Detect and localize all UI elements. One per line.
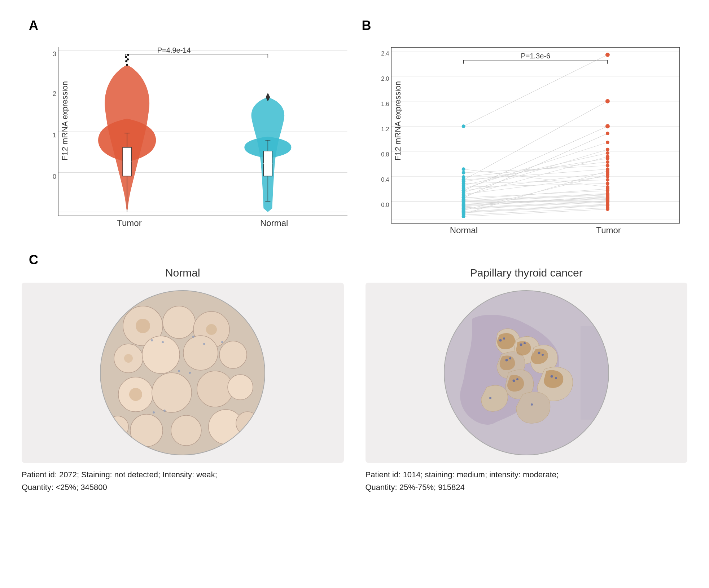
svg-point-123 xyxy=(605,164,609,167)
dotytick-04: 0.4 xyxy=(381,177,389,183)
cancer-histology-image xyxy=(443,290,609,456)
svg-point-168 xyxy=(206,324,217,335)
dot-svg: P=1.3e-6 xyxy=(391,48,680,223)
svg-point-113 xyxy=(605,178,609,182)
svg-point-169 xyxy=(124,354,133,363)
svg-point-16 xyxy=(127,58,129,61)
svg-line-72 xyxy=(463,101,607,180)
svg-point-175 xyxy=(221,341,223,343)
svg-point-109 xyxy=(461,178,465,182)
svg-text:P=4.9e-14: P=4.9e-14 xyxy=(157,47,191,54)
svg-point-163 xyxy=(171,415,201,446)
svg-point-159 xyxy=(152,373,192,412)
svg-point-17 xyxy=(125,56,127,58)
svg-point-161 xyxy=(228,375,253,400)
violin-svg: P=4.9e-14 xyxy=(58,47,347,216)
svg-line-71 xyxy=(463,55,607,126)
svg-point-193 xyxy=(512,380,515,382)
svg-point-178 xyxy=(153,411,155,414)
svg-point-184 xyxy=(503,337,505,340)
dotytick-00: 0.0 xyxy=(381,202,389,208)
svg-point-172 xyxy=(162,341,164,343)
svg-point-187 xyxy=(505,359,508,362)
svg-point-192 xyxy=(555,377,557,379)
svg-point-148 xyxy=(605,132,609,135)
svg-point-108 xyxy=(461,124,465,128)
svg-point-191 xyxy=(550,375,553,378)
ytick-3: 3 xyxy=(53,50,56,58)
svg-point-186 xyxy=(524,342,526,344)
svg-point-133 xyxy=(605,160,609,164)
svg-point-162 xyxy=(130,414,163,447)
dot-xaxis: Normal Tumor xyxy=(391,225,680,235)
normal-patient-info-1: Patient id: 2072; Staining: not detected… xyxy=(22,468,344,481)
svg-point-124 xyxy=(605,187,609,191)
svg-point-145 xyxy=(605,53,609,57)
svg-point-127 xyxy=(605,169,609,173)
svg-line-62 xyxy=(463,208,607,215)
normal-patient-info-2: Quantity: <25%; 345800 xyxy=(22,481,344,494)
svg-point-14 xyxy=(126,64,128,66)
dotytick-24: 2.4 xyxy=(381,50,389,57)
cancer-title: Papillary thyroid cancer xyxy=(366,267,688,279)
bottom-row: C Normal xyxy=(22,249,687,494)
violin-xaxis: Tumor Normal xyxy=(58,218,347,228)
cancer-histology-svg xyxy=(443,290,609,456)
svg-line-48 xyxy=(463,205,607,212)
svg-point-131 xyxy=(605,141,609,144)
svg-point-171 xyxy=(151,339,153,341)
panel-a: A F12 mRNA expression 3 2 1 0 xyxy=(22,14,355,227)
svg-text:P=1.3e-6: P=1.3e-6 xyxy=(521,52,550,60)
dotytick-08: 0.8 xyxy=(381,151,389,158)
svg-point-167 xyxy=(136,319,150,333)
normal-histology-svg xyxy=(100,290,266,456)
normal-histology-image xyxy=(100,290,266,456)
svg-point-185 xyxy=(520,344,522,346)
svg-point-86 xyxy=(461,171,465,174)
svg-point-110 xyxy=(461,189,465,193)
svg-line-74 xyxy=(463,133,607,198)
violin-chart: 3 2 1 0 xyxy=(58,47,347,216)
svg-point-97 xyxy=(461,184,465,187)
dot-chart: 2.4 2.0 1.6 1.2 0.8 0.4 0.0 xyxy=(391,47,680,224)
svg-point-18 xyxy=(127,54,129,56)
normal-patient-info: Patient id: 2072; Staining: not detected… xyxy=(22,468,344,494)
cancer-patient-info: Patient id: 1014; staining: medium; inte… xyxy=(366,468,688,494)
svg-point-132 xyxy=(605,157,609,160)
svg-point-157 xyxy=(219,341,247,368)
ytick-2: 2 xyxy=(53,90,56,98)
svg-point-189 xyxy=(538,352,540,354)
normal-histology-container xyxy=(22,283,344,463)
svg-point-111 xyxy=(461,196,465,200)
svg-point-134 xyxy=(605,151,609,155)
svg-point-174 xyxy=(203,343,205,345)
panel-c-label: C xyxy=(29,252,38,268)
violin-xlabel-normal: Normal xyxy=(260,218,288,228)
svg-point-195 xyxy=(489,397,491,399)
svg-point-130 xyxy=(605,148,609,151)
svg-point-15 xyxy=(125,60,127,62)
dotytick-20: 2.0 xyxy=(381,76,389,82)
svg-point-183 xyxy=(499,339,502,342)
svg-point-165 xyxy=(107,416,128,438)
cancer-histology-container xyxy=(366,283,688,463)
svg-point-194 xyxy=(516,378,518,380)
main-container: A F12 mRNA expression 3 2 1 0 xyxy=(0,0,709,508)
svg-point-173 xyxy=(192,336,194,338)
svg-point-116 xyxy=(605,182,609,185)
svg-point-190 xyxy=(542,354,544,356)
panel-b: B F12 mRNA expression 2.4 2.0 1.6 1.2 0.… xyxy=(355,14,688,227)
svg-point-176 xyxy=(178,370,180,372)
dotytick-16: 1.6 xyxy=(381,101,389,107)
svg-point-177 xyxy=(189,372,191,374)
svg-line-53 xyxy=(463,171,607,214)
svg-line-69 xyxy=(463,195,607,202)
dot-container: F12 mRNA expression 2.4 2.0 1.6 1.2 0.8 … xyxy=(362,22,680,220)
svg-point-144 xyxy=(605,192,609,195)
top-row: A F12 mRNA expression 3 2 1 0 xyxy=(22,14,687,227)
violin-container: F12 mRNA expression 3 2 1 0 xyxy=(29,22,347,220)
svg-rect-197 xyxy=(581,326,609,420)
panel-c-normal: C Normal xyxy=(22,249,344,494)
svg-point-170 xyxy=(129,388,142,401)
svg-line-59 xyxy=(463,162,607,177)
